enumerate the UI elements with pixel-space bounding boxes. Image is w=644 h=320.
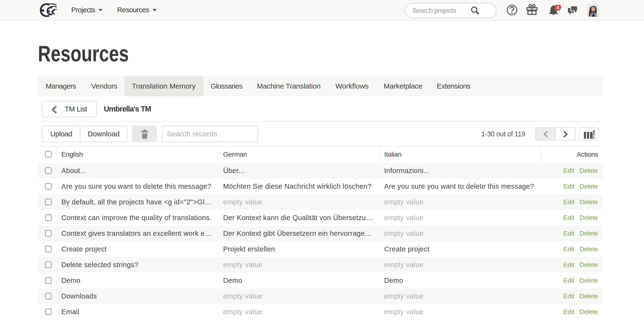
svg-text:4: 4 [556, 5, 559, 10]
